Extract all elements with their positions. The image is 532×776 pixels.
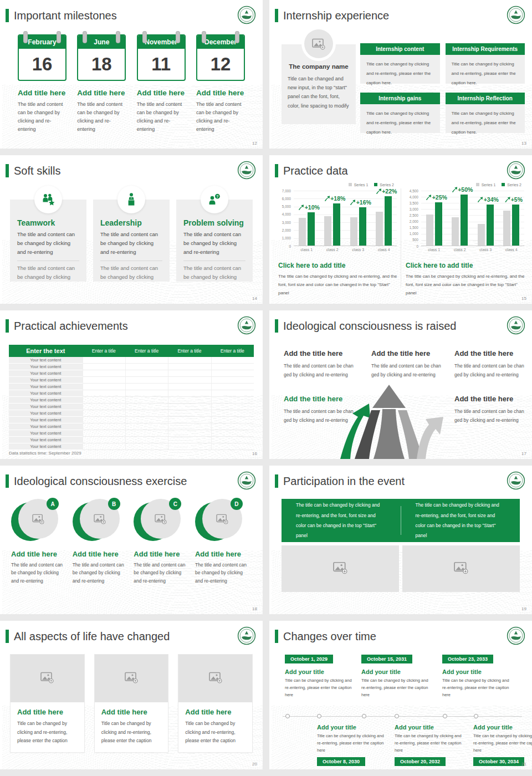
achievements-table-body: Your text contentYour text contentYour t… xyxy=(9,357,254,450)
slide-header: Practice data xyxy=(275,164,348,177)
chart-block-right: Series 1 Series 2 4,5004,0003,5003,0002,… xyxy=(406,182,525,298)
table-cell: Your text content xyxy=(9,430,83,437)
school-logo-icon xyxy=(237,626,256,645)
image-placeholder xyxy=(178,655,252,702)
letter-badge: A xyxy=(47,498,59,510)
slide-consciousness-raised[interactable]: Ideological consciousness is raised Add … xyxy=(269,310,532,459)
growth-arrow-icon xyxy=(504,197,510,202)
slide-consciousness-exercise[interactable]: Ideological consciousness exercise A Add… xyxy=(0,466,263,614)
slide-content: February16 Add title here The title and … xyxy=(0,0,263,149)
series2-bar xyxy=(308,212,315,246)
table-cell xyxy=(83,357,125,364)
timeline-item: October 1, 2029 Add your title Title can… xyxy=(285,653,356,698)
table-cell xyxy=(125,377,168,384)
growth-arrow-icon xyxy=(298,205,304,210)
calendar-day: 18 xyxy=(78,49,125,80)
table-cell xyxy=(125,357,168,364)
table-cell xyxy=(83,397,125,404)
series1-bar xyxy=(452,217,459,246)
timeline-item: Add your title Title can be changed by c… xyxy=(317,724,388,766)
title-accent-bar xyxy=(6,474,9,488)
table-cell xyxy=(211,357,254,364)
slide-header: Ideological consciousness is raised xyxy=(275,319,456,333)
title-accent-bar xyxy=(275,164,278,177)
table-cell: Your text content xyxy=(9,370,83,377)
table-cell: Your text content xyxy=(9,443,83,450)
item-title: Add your title xyxy=(442,668,513,675)
calendar-card: June18 Add title here The title and cont… xyxy=(77,34,126,133)
slide-participation[interactable]: Participation in the event The title can… xyxy=(269,466,532,614)
converging-roads-arrow-graphic xyxy=(334,384,444,459)
series1-bar xyxy=(426,215,433,246)
timeline-item: Add your title Title can be changed by c… xyxy=(473,724,532,766)
teamwork-icon xyxy=(34,186,62,213)
plot-area: +25%+50%+34%+5% xyxy=(421,191,524,246)
box-caption: Title can be changed by clicking and re-… xyxy=(360,55,440,84)
table-cell: Your text content xyxy=(9,404,83,410)
aspect-cards: Add title here Title can be changed by c… xyxy=(10,654,253,753)
item-caption: Title can be changed by clicking and re-… xyxy=(317,732,388,754)
page-number: 18 xyxy=(252,606,257,611)
banner-text: The title can be changed by clicking and… xyxy=(282,500,401,540)
slide-life-changed[interactable]: All aspects of life have changed Add tit… xyxy=(0,621,263,769)
exercise-item: D Add title here The title and content c… xyxy=(195,498,252,585)
calendar-clip-icon xyxy=(116,31,120,43)
slide-soft-skills[interactable]: Soft skills Teamwork The title and conte… xyxy=(0,155,263,304)
table-cell xyxy=(211,404,254,410)
text-block: Add the title here The title and content… xyxy=(454,395,526,425)
slide-header: Internship experience xyxy=(275,9,389,22)
circle-graphic: A xyxy=(11,498,59,542)
table-cell: Your text content xyxy=(9,364,83,370)
item-caption: Title can be changed by clicking and re-… xyxy=(395,732,466,754)
item-title: Add title here xyxy=(134,550,190,558)
slide-practical-achievements[interactable]: Practical achievements Enter the text En… xyxy=(0,310,263,459)
image-placeholder xyxy=(282,545,399,592)
table-cell: Your text content xyxy=(9,397,83,404)
slide-internship-experience[interactable]: Internship experience The company name T… xyxy=(269,0,532,149)
series1-bar xyxy=(503,211,510,246)
leadership-icon xyxy=(117,186,145,213)
legend-label: Series 1 xyxy=(354,183,369,187)
series2-bar xyxy=(512,205,519,246)
box-heading: Internship gains xyxy=(360,93,440,104)
company-caption: Title can be changed and new input, in t… xyxy=(282,70,356,110)
legend-label: Series 2 xyxy=(507,183,521,187)
slide-changes-over-time[interactable]: Changes over time October 1, 2029 Add yo… xyxy=(269,621,532,769)
table-cell xyxy=(125,370,168,377)
table-cell xyxy=(211,430,254,437)
bar-group: +10% xyxy=(294,191,320,246)
table-cell xyxy=(168,404,211,410)
table-cell xyxy=(211,370,254,377)
school-logo-icon xyxy=(507,316,525,335)
table-cell: Your text content xyxy=(9,423,83,430)
table-cell xyxy=(125,364,168,370)
growth-label: +16% xyxy=(350,199,371,206)
calendar-clip-icon xyxy=(83,31,87,43)
calendar-clip-icon xyxy=(142,31,147,43)
bar-group: +18% xyxy=(320,191,346,246)
table-cell xyxy=(125,410,168,417)
title-accent-bar xyxy=(275,9,278,22)
card-title: Add title here xyxy=(137,89,186,97)
series2-bar xyxy=(435,202,442,246)
table-cell xyxy=(83,364,125,370)
timeline-date-badge: October 30, 2034 xyxy=(473,757,524,766)
item-title: Add title here xyxy=(11,550,68,558)
slide-header: Important milestones xyxy=(6,9,117,22)
table-cell: Your text content xyxy=(9,417,83,423)
bar-group: +16% xyxy=(345,191,371,246)
calendar-clip-icon xyxy=(235,31,239,43)
slide-important-milestones[interactable]: Important milestones February16 Add titl… xyxy=(0,0,263,149)
calendar-card: December12 Add title here The title and … xyxy=(196,34,245,133)
block-title: Add the title here xyxy=(454,349,526,358)
table-row: Your text content xyxy=(9,437,254,443)
slide-practice-data[interactable]: Practice data Series 1 Series 2 7,0006,0… xyxy=(269,155,532,304)
skill-caption-2: The title and content can be changed by … xyxy=(10,261,86,280)
slide-title: Practice data xyxy=(283,165,348,177)
item-title: Add your title xyxy=(395,724,466,731)
page-number: 17 xyxy=(521,451,526,456)
chart-legend: Series 1 Series 2 xyxy=(278,182,398,187)
item-caption: The title and content can be changed by … xyxy=(11,561,68,585)
block-title: Add the title here xyxy=(371,349,450,358)
table-cell xyxy=(125,384,168,390)
